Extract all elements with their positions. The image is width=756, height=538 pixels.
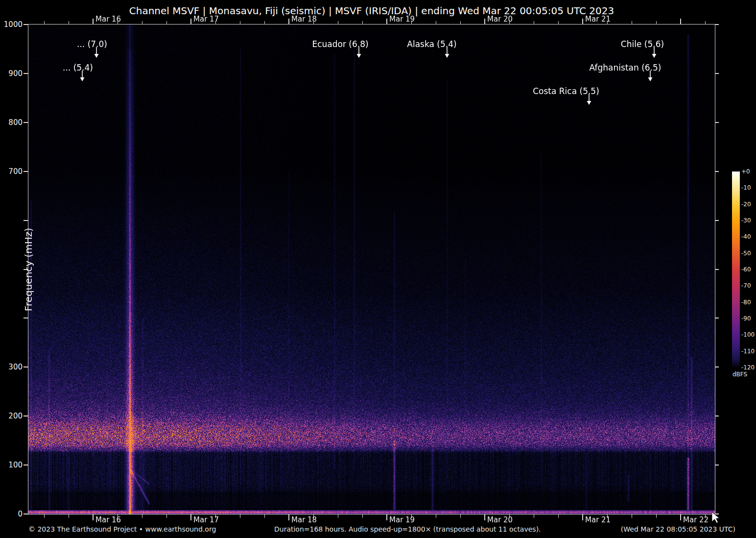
x-tick-bottom bbox=[362, 514, 363, 518]
colorbar-tick-label: -110 bbox=[741, 348, 755, 355]
y-tick-label: 1000 bbox=[2, 21, 23, 28]
y-tick bbox=[24, 24, 28, 25]
y-tick bbox=[24, 514, 28, 514]
y-tick bbox=[24, 465, 28, 465]
x-label-top: Mar 18 bbox=[291, 15, 317, 23]
x-tick-top bbox=[190, 19, 191, 24]
event-annotation-arrow bbox=[586, 94, 592, 106]
x-tick-bottom bbox=[240, 514, 240, 518]
x-tick-top bbox=[338, 21, 338, 24]
colorbar bbox=[732, 171, 740, 367]
x-tick-top bbox=[705, 21, 706, 24]
x-tick-bottom bbox=[460, 514, 461, 518]
colorbar-tick-label: +0 bbox=[741, 169, 750, 175]
y-tick bbox=[24, 171, 28, 172]
x-tick-top bbox=[142, 21, 142, 24]
x-tick-top bbox=[582, 19, 583, 24]
y-tick-right bbox=[715, 318, 719, 318]
y-tick-right bbox=[715, 416, 719, 416]
x-tick-bottom bbox=[558, 514, 559, 518]
y-tick-right bbox=[715, 122, 719, 123]
mouse-cursor bbox=[711, 512, 722, 524]
x-tick-top bbox=[240, 21, 240, 24]
y-tick bbox=[24, 122, 28, 123]
event-annotation-arrow bbox=[444, 47, 450, 59]
x-tick-top bbox=[44, 21, 45, 24]
y-axis-title: Frequency (mHz) bbox=[23, 216, 34, 323]
y-tick-label: 800 bbox=[2, 119, 23, 126]
x-label-bottom: Mar 18 bbox=[291, 516, 317, 524]
event-annotation-arrow bbox=[79, 71, 85, 82]
y-tick-label: 700 bbox=[2, 168, 23, 175]
x-tick-bottom bbox=[93, 514, 94, 520]
x-label-bottom: Mar 20 bbox=[487, 516, 513, 524]
x-tick-bottom bbox=[166, 514, 167, 518]
x-tick-top bbox=[386, 19, 387, 24]
y-tick bbox=[24, 367, 28, 367]
x-tick-top bbox=[362, 21, 363, 24]
footer-timestamp: (Wed Mar 22 08:05:05 2023 UTC) bbox=[621, 525, 735, 533]
x-tick-bottom bbox=[264, 514, 265, 518]
page-title: Channel MSVF | Monasavu, Fiji (seismic) … bbox=[28, 5, 715, 17]
x-tick-top bbox=[484, 19, 485, 24]
x-label-top: Mar 21 bbox=[585, 15, 611, 23]
y-tick-label: 100 bbox=[2, 461, 23, 469]
x-tick-top bbox=[680, 19, 681, 24]
event-annotation-label: ... (7.0) bbox=[77, 39, 107, 49]
y-tick-right bbox=[715, 269, 719, 270]
colorbar-tick-label: -10 bbox=[741, 185, 751, 191]
x-label-top: Mar 16 bbox=[95, 15, 121, 23]
x-tick-top bbox=[558, 21, 559, 24]
x-tick-bottom bbox=[69, 514, 69, 518]
y-tick-label: 200 bbox=[2, 412, 23, 420]
x-tick-bottom bbox=[582, 514, 583, 520]
x-label-top: Mar 20 bbox=[487, 15, 513, 23]
spectrogram-canvas bbox=[28, 24, 715, 514]
y-tick-label: 0 bbox=[2, 510, 23, 518]
event-annotation-arrow bbox=[94, 47, 99, 59]
colorbar-tick-label: -120 bbox=[741, 365, 755, 371]
x-label-top: Mar 17 bbox=[193, 15, 219, 23]
event-annotation-arrow bbox=[356, 47, 362, 59]
y-tick bbox=[24, 73, 28, 74]
x-label-bottom: Mar 19 bbox=[389, 516, 415, 524]
x-tick-top bbox=[69, 21, 69, 24]
x-tick-top bbox=[93, 19, 94, 24]
x-tick-bottom bbox=[680, 514, 681, 520]
x-tick-top bbox=[632, 21, 632, 24]
event-annotation-label: Chile (5.6) bbox=[621, 39, 664, 49]
y-tick bbox=[24, 416, 28, 416]
x-label-bottom: Mar 22 bbox=[683, 516, 709, 524]
event-annotation-arrow bbox=[647, 71, 653, 82]
event-annotation-arrow bbox=[651, 47, 657, 59]
y-tick-right bbox=[715, 465, 719, 465]
x-tick-top bbox=[436, 21, 436, 24]
x-label-bottom: Mar 21 bbox=[585, 516, 611, 524]
colorbar-tick-label: -90 bbox=[741, 316, 751, 322]
y-tick-right bbox=[715, 171, 719, 172]
colorbar-tick-label: -30 bbox=[741, 218, 751, 224]
x-tick-bottom bbox=[656, 514, 657, 518]
colorbar-unit-label: dBFS bbox=[732, 371, 747, 378]
colorbar-tick-label: -100 bbox=[741, 332, 755, 338]
y-tick-right bbox=[715, 24, 719, 25]
x-tick-top bbox=[166, 21, 167, 24]
x-tick-bottom bbox=[190, 514, 191, 520]
footer-copyright: © 2023 The Earthsound Project • www.eart… bbox=[28, 525, 216, 533]
x-tick-bottom bbox=[338, 514, 338, 518]
y-tick-label: 300 bbox=[2, 363, 23, 371]
colorbar-tick-label: -40 bbox=[741, 234, 751, 240]
colorbar-tick-label: -20 bbox=[741, 201, 751, 208]
x-tick-top bbox=[534, 21, 534, 24]
y-tick-label: 900 bbox=[2, 70, 23, 77]
x-tick-top bbox=[656, 21, 657, 24]
x-label-bottom: Mar 17 bbox=[193, 516, 219, 524]
colorbar-tick-label: -70 bbox=[741, 283, 751, 289]
colorbar-tick-label: -80 bbox=[741, 299, 751, 306]
x-tick-bottom bbox=[484, 514, 485, 520]
colorbar-tick-label: -50 bbox=[741, 250, 751, 257]
spectrogram-page: Channel MSVF | Monasavu, Fiji (seismic) … bbox=[0, 0, 756, 538]
x-tick-top bbox=[460, 21, 461, 24]
y-tick-right bbox=[715, 73, 719, 74]
colorbar-tick-label: -60 bbox=[741, 267, 751, 273]
